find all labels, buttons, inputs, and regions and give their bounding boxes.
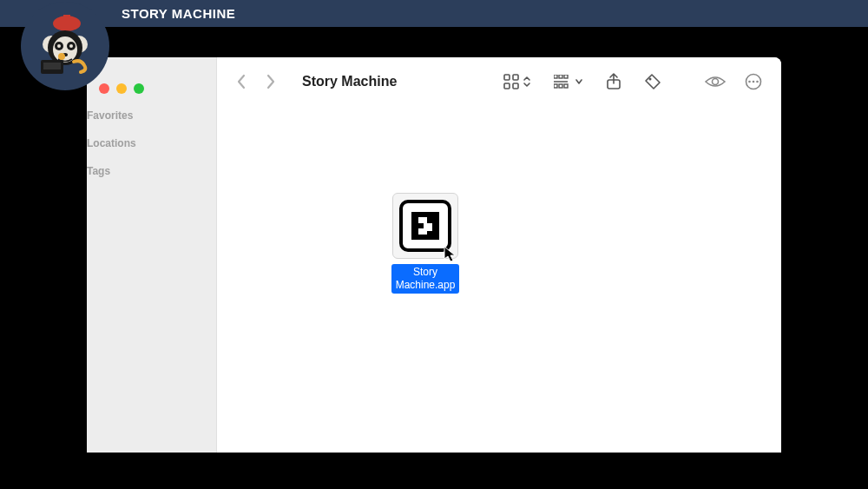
svg-point-29 [748, 81, 751, 83]
close-button[interactable] [99, 83, 109, 94]
window-controls [87, 71, 216, 109]
finder-sidebar: Favorites Locations Tags [87, 57, 217, 453]
logo-badge [21, 2, 109, 90]
svg-point-30 [753, 81, 755, 83]
preview-button[interactable] [705, 75, 726, 89]
svg-point-9 [69, 44, 73, 48]
group-icon [554, 75, 571, 89]
svg-rect-44 [418, 228, 427, 235]
page-header: STORY MACHINE [0, 0, 868, 27]
sidebar-label: Tags [87, 165, 216, 177]
sidebar-label: Favorites [87, 109, 216, 122]
folder-title: Story Machine [302, 74, 397, 89]
page-title: STORY MACHINE [122, 6, 235, 21]
svg-rect-17 [513, 83, 518, 89]
file-label: Story Machine.app [391, 264, 460, 294]
svg-rect-46 [418, 223, 424, 228]
monkey-logo-icon [30, 11, 100, 81]
file-item-story-machine[interactable]: Story Machine.app [391, 193, 460, 294]
finder-content[interactable]: Story Machine.app [217, 106, 781, 453]
finder-toolbar: Story Machine [217, 57, 781, 106]
svg-point-31 [756, 81, 759, 83]
toolbar-icons [503, 73, 661, 90]
sidebar-section-favorites[interactable]: Favorites [87, 109, 216, 137]
svg-point-26 [649, 78, 652, 81]
app-icon [392, 193, 458, 259]
svg-rect-22 [554, 84, 557, 88]
share-button[interactable] [606, 73, 621, 90]
finder-window: Favorites Locations Tags Story Mach [87, 57, 781, 453]
story-machine-icon [399, 200, 451, 252]
svg-rect-14 [504, 75, 510, 80]
svg-rect-16 [504, 83, 510, 89]
view-mode-button[interactable] [503, 74, 531, 89]
minimize-button[interactable] [116, 83, 127, 94]
sidebar-section-tags[interactable]: Tags [87, 165, 216, 193]
svg-point-13 [58, 53, 65, 60]
svg-rect-45 [427, 217, 432, 223]
svg-rect-23 [559, 84, 562, 88]
finder-main: Story Machine [217, 57, 781, 453]
more-button[interactable] [745, 73, 762, 90]
svg-rect-40 [411, 212, 439, 217]
svg-rect-1 [63, 15, 70, 20]
tag-button[interactable] [644, 73, 661, 90]
maximize-button[interactable] [134, 83, 144, 94]
svg-rect-24 [564, 84, 568, 88]
svg-rect-41 [411, 235, 439, 240]
svg-point-27 [713, 79, 719, 85]
svg-rect-15 [513, 75, 518, 80]
chevron-down-icon [575, 77, 583, 86]
svg-rect-19 [559, 75, 562, 78]
finder-body: Favorites Locations Tags Story Mach [87, 57, 781, 453]
nav-arrows [236, 74, 276, 89]
svg-rect-12 [43, 63, 61, 69]
svg-rect-20 [564, 75, 568, 78]
grid-icon [503, 74, 519, 89]
chevron-updown-icon [523, 75, 531, 89]
group-by-button[interactable] [554, 75, 583, 89]
back-button[interactable] [236, 74, 247, 89]
svg-point-8 [57, 44, 61, 48]
svg-rect-18 [554, 75, 557, 78]
sidebar-label: Locations [87, 137, 216, 149]
sidebar-section-locations[interactable]: Locations [87, 137, 216, 165]
forward-button[interactable] [266, 74, 276, 89]
